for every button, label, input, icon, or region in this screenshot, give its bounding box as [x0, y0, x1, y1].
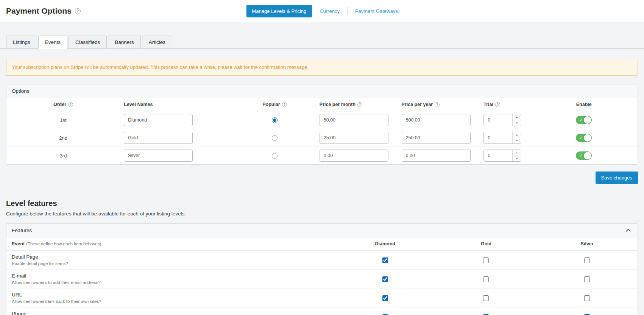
feature-description: Allow item owners link back to their own… — [12, 299, 329, 304]
price-month-input[interactable] — [320, 114, 388, 126]
save-row: Save changes — [6, 172, 638, 184]
enable-toggle[interactable] — [576, 116, 592, 124]
trial-stepper[interactable]: ▲▼ — [483, 150, 521, 162]
popular-radio[interactable] — [272, 135, 278, 141]
enable-toggle[interactable] — [576, 151, 592, 160]
tab-bar: Listings Events Classifieds Banners Arti… — [0, 36, 644, 49]
level-row: 1st ▲▼ — [6, 111, 638, 129]
features-header-row: Event(These define how each item behaves… — [6, 237, 638, 251]
feature-checkbox-gold[interactable] — [483, 257, 489, 263]
popular-radio[interactable] — [272, 117, 278, 123]
feature-checkbox-silver[interactable] — [584, 295, 590, 301]
feature-checkbox-gold[interactable] — [483, 295, 489, 301]
feature-row: URL Allow item owners link back to their… — [6, 288, 638, 307]
price-year-input[interactable] — [402, 132, 471, 144]
feature-checkbox-diamond[interactable] — [382, 276, 388, 282]
column-order: Order? — [6, 98, 120, 111]
feature-checkbox-silver[interactable] — [584, 276, 590, 282]
options-header-row: Order? Level Names Popular? Price per mo… — [6, 98, 638, 111]
page: Payment Options ? Manage Levels & Pricin… — [0, 0, 644, 315]
toggle-knob — [584, 116, 591, 124]
feature-checkbox-diamond[interactable] — [382, 295, 388, 301]
feature-name: E-mail — [12, 273, 329, 279]
help-icon[interactable]: ? — [68, 102, 73, 107]
feature-description: Allow item owners to add their email add… — [12, 280, 329, 285]
level-row: 2nd ▲▼ — [6, 129, 638, 147]
stepper-up-icon[interactable]: ▲ — [513, 114, 521, 120]
feature-row: Detail Page Enable detail page for items… — [6, 251, 638, 270]
trial-stepper[interactable]: ▲▼ — [483, 114, 521, 126]
trial-input[interactable] — [484, 114, 512, 126]
level-name-input[interactable] — [124, 132, 193, 144]
level-features-subtitle: Configure below the features that will b… — [6, 211, 638, 217]
options-panel-title: Options — [12, 88, 30, 94]
features-panel-title: Features — [12, 228, 32, 233]
level-name-input[interactable] — [124, 150, 193, 162]
save-changes-button[interactable]: Save changes — [596, 172, 638, 184]
manage-levels-pricing-button[interactable]: Manage Levels & Pricing — [246, 5, 312, 17]
stepper-down-icon[interactable]: ▼ — [513, 138, 521, 144]
stepper-up-icon[interactable]: ▲ — [513, 132, 521, 138]
feature-row: E-mail Allow item owners to add their em… — [6, 270, 638, 288]
order-label: 1st — [6, 111, 120, 129]
help-icon[interactable]: ? — [282, 102, 287, 107]
trial-input[interactable] — [484, 132, 512, 143]
payment-gateways-link[interactable]: Payment Gateways — [355, 8, 398, 14]
options-table: Order? Level Names Popular? Price per mo… — [6, 98, 638, 164]
column-diamond: Diamond — [335, 237, 436, 251]
column-level-names: Level Names — [120, 98, 234, 111]
order-label: 3rd — [6, 147, 120, 165]
page-title: Payment Options — [6, 6, 72, 16]
top-header: Payment Options ? Manage Levels & Pricin… — [0, 0, 644, 22]
feature-row: Phone Allow item owners to add their pho… — [6, 307, 638, 315]
help-icon[interactable]: ? — [435, 102, 440, 107]
price-month-input[interactable] — [320, 132, 388, 144]
stepper-up-icon[interactable]: ▲ — [513, 150, 521, 156]
column-enable: Enable — [530, 98, 638, 111]
column-popular: Popular? — [234, 98, 316, 111]
level-name-input[interactable] — [124, 114, 193, 126]
tab-listings[interactable]: Listings — [6, 36, 37, 49]
column-price-year: Price per year? — [398, 98, 480, 111]
column-silver: Silver — [536, 237, 638, 251]
help-icon[interactable]: ? — [495, 102, 500, 107]
divider — [347, 7, 348, 15]
tab-classifieds[interactable]: Classifieds — [69, 36, 107, 49]
features-panel-header: Features — [6, 224, 638, 237]
options-panel: Options Order? Level Names Popular? Pric… — [6, 84, 638, 165]
toggle-knob — [584, 134, 591, 142]
chevron-up-icon[interactable] — [626, 229, 631, 234]
feature-checkbox-silver[interactable] — [584, 257, 590, 263]
trial-stepper[interactable]: ▲▼ — [483, 132, 521, 144]
price-year-input[interactable] — [402, 150, 471, 162]
feature-name: Detail Page — [12, 254, 329, 260]
help-icon[interactable]: ? — [357, 102, 362, 107]
tab-banners[interactable]: Banners — [108, 36, 140, 49]
column-event: Event(These define how each item behaves… — [6, 237, 335, 251]
stepper-down-icon[interactable]: ▼ — [513, 156, 521, 162]
feature-name: URL — [12, 292, 329, 298]
help-icon[interactable]: ? — [75, 8, 81, 14]
enable-toggle[interactable] — [576, 134, 592, 142]
order-label: 2nd — [6, 129, 120, 147]
toggle-knob — [584, 152, 591, 159]
feature-name: Phone — [12, 311, 329, 315]
currency-link[interactable]: Currency — [320, 8, 340, 14]
tab-articles[interactable]: Articles — [142, 36, 172, 49]
feature-checkbox-diamond[interactable] — [382, 257, 388, 263]
level-row: 3rd ▲▼ — [6, 147, 638, 165]
stepper-down-icon[interactable]: ▼ — [513, 120, 521, 126]
features-panel: Features Event(These define how each ite… — [6, 223, 638, 315]
price-year-input[interactable] — [402, 114, 471, 126]
event-note: (These define how each item behaves) — [26, 242, 101, 246]
tab-events[interactable]: Events — [38, 36, 67, 49]
column-price-month: Price per month? — [316, 98, 398, 111]
feature-checkbox-gold[interactable] — [483, 276, 489, 282]
column-gold: Gold — [436, 237, 537, 251]
feature-description: Enable detail page for items? — [12, 261, 329, 266]
price-month-input[interactable] — [320, 150, 388, 162]
features-table: Event(These define how each item behaves… — [6, 237, 638, 315]
popular-radio[interactable] — [272, 153, 278, 159]
level-features-title: Level features — [6, 199, 638, 208]
trial-input[interactable] — [484, 150, 512, 161]
